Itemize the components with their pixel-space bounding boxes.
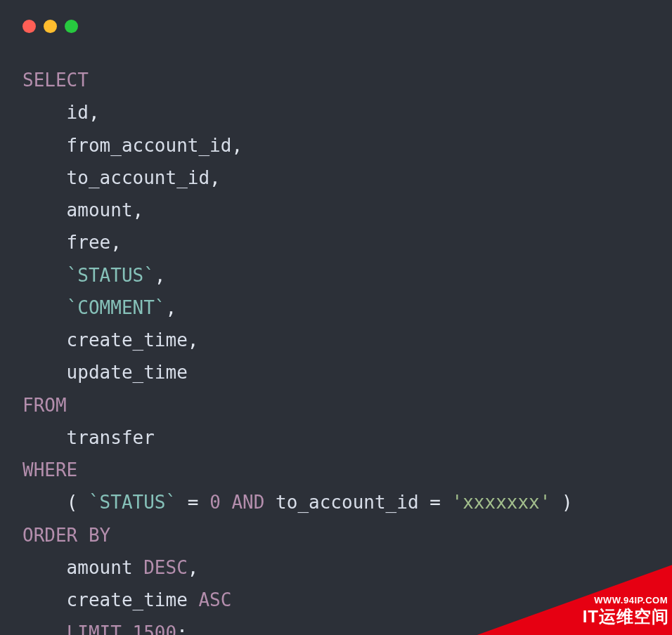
code-token: WHERE	[22, 459, 77, 480]
code-token: 1500	[133, 622, 177, 635]
code-token	[22, 265, 67, 286]
code-token: ,	[209, 167, 221, 188]
code-token	[22, 492, 67, 513]
code-token	[22, 622, 67, 635]
code-token	[122, 622, 133, 635]
code-token: update_time	[22, 362, 188, 383]
code-token: amount	[22, 199, 133, 221]
code-token: (	[67, 492, 78, 513]
code-token: `STATUS`	[67, 265, 155, 286]
code-token: )	[562, 492, 573, 513]
code-token	[441, 492, 452, 513]
code-token: LIMIT	[67, 622, 122, 635]
code-token: id	[22, 102, 89, 123]
code-token: create_time	[22, 589, 198, 610]
code-token	[221, 492, 232, 513]
code-token: ASC	[198, 589, 231, 610]
code-token: ,	[166, 297, 177, 318]
code-token	[198, 492, 209, 513]
code-token: `COMMENT`	[67, 297, 166, 318]
code-token	[176, 492, 188, 513]
code-token	[550, 492, 562, 513]
code-token: =	[188, 492, 199, 513]
close-icon[interactable]	[22, 20, 36, 33]
code-token	[22, 297, 67, 318]
code-token: ,	[231, 135, 243, 156]
code-token: =	[429, 492, 441, 513]
code-token: ,	[188, 329, 199, 351]
code-token: ,	[89, 102, 100, 123]
minimize-icon[interactable]	[44, 20, 57, 33]
code-token: create_time	[22, 329, 188, 351]
code-token: ,	[133, 199, 144, 221]
code-token: SELECT	[22, 70, 89, 91]
maximize-icon[interactable]	[65, 20, 78, 33]
code-token: ;	[176, 622, 188, 635]
code-token: 0	[209, 492, 221, 513]
code-token: ORDER BY	[22, 525, 110, 546]
code-token: ,	[110, 232, 122, 253]
code-token: 'xxxxxxx'	[452, 492, 551, 513]
code-token: `STATUS`	[89, 492, 176, 513]
code-token: to_account_id	[264, 492, 429, 513]
code-token: from_account_id	[22, 135, 231, 156]
code-token	[77, 492, 89, 513]
code-token: amount	[22, 557, 143, 578]
code-token: ,	[188, 557, 199, 578]
code-token: DESC	[143, 557, 188, 578]
sql-code-block: SELECT id, from_account_id, to_account_i…	[0, 33, 672, 635]
code-token: FROM	[22, 395, 67, 416]
window-controls	[0, 0, 672, 33]
code-token: to_account_id	[22, 167, 209, 188]
code-token: ,	[155, 265, 166, 286]
code-token: AND	[231, 492, 264, 513]
code-token: free	[22, 232, 110, 253]
code-token: transfer	[22, 427, 155, 448]
